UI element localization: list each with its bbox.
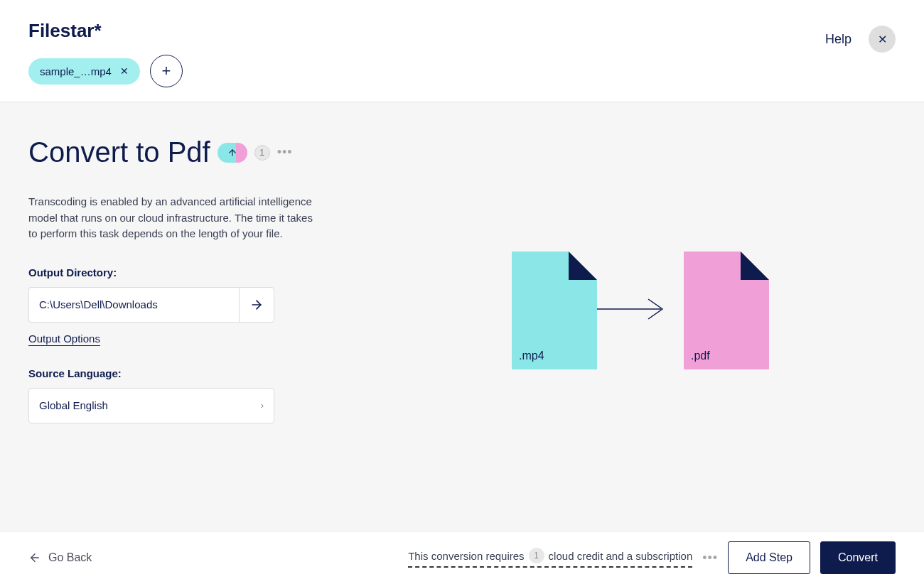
go-back-label: Go Back <box>48 551 92 564</box>
upload-badge <box>217 143 247 163</box>
arrow-right-icon <box>249 298 264 312</box>
header-right: Help ✕ <box>825 26 896 53</box>
task-description: Transcoding is enabled by an advanced ar… <box>28 194 313 242</box>
source-lang-value: Global English <box>39 399 108 411</box>
credit-text-pre: This conversion requires <box>408 550 524 562</box>
plus-icon: + <box>161 62 171 80</box>
add-step-button[interactable]: Add Step <box>728 541 810 574</box>
app-logo: Filestar* <box>28 20 183 42</box>
chevron-right-icon: › <box>261 400 264 411</box>
arrow-left-icon <box>28 551 41 564</box>
footer-right: This conversion requires 1 cloud credit … <box>408 541 896 574</box>
header: Filestar* sample_…mp4 ✕ + Help ✕ <box>0 0 924 102</box>
go-back-button[interactable]: Go Back <box>28 551 92 564</box>
remove-file-icon[interactable]: ✕ <box>120 65 129 77</box>
output-dir-browse-button[interactable] <box>239 287 274 323</box>
more-options-icon[interactable]: ••• <box>277 145 293 160</box>
page-title: Convert to Pdf <box>28 136 210 168</box>
target-ext-label: .pdf <box>691 350 710 362</box>
footer: Go Back This conversion requires 1 cloud… <box>0 531 924 584</box>
output-dir-input[interactable] <box>28 287 239 323</box>
convert-button[interactable]: Convert <box>820 541 896 574</box>
content: Convert to Pdf 1 ••• Transcoding is enab… <box>0 102 924 534</box>
footer-more-icon[interactable]: ••• <box>702 551 718 566</box>
source-ext-label: .mp4 <box>519 350 544 362</box>
add-file-button[interactable]: + <box>150 55 183 87</box>
file-row: sample_…mp4 ✕ + <box>28 55 183 87</box>
close-icon: ✕ <box>878 33 887 46</box>
source-file-shape: .mp4 <box>512 252 597 369</box>
conversion-arrow <box>597 295 668 326</box>
arrow-right-long-icon <box>597 295 668 323</box>
source-lang-select[interactable]: Global English › <box>28 388 274 423</box>
header-left: Filestar* sample_…mp4 ✕ + <box>28 20 183 87</box>
credit-text-post: cloud credit and a subscription <box>549 550 693 562</box>
help-link[interactable]: Help <box>825 32 852 47</box>
credit-count-badge: 1 <box>529 548 544 563</box>
upload-arrow-icon <box>227 148 237 158</box>
file-chip-label: sample_…mp4 <box>40 65 112 77</box>
step-count-badge: 1 <box>254 145 270 161</box>
target-file-shape: .pdf <box>684 252 769 369</box>
output-dir-group <box>28 287 274 323</box>
close-button[interactable]: ✕ <box>869 26 896 53</box>
credit-notice: This conversion requires 1 cloud credit … <box>408 548 692 568</box>
output-options-link[interactable]: Output Options <box>28 332 100 346</box>
file-chip[interactable]: sample_…mp4 ✕ <box>28 58 140 85</box>
conversion-diagram: .mp4 .pdf <box>512 252 769 369</box>
title-row: Convert to Pdf 1 ••• <box>28 136 896 168</box>
